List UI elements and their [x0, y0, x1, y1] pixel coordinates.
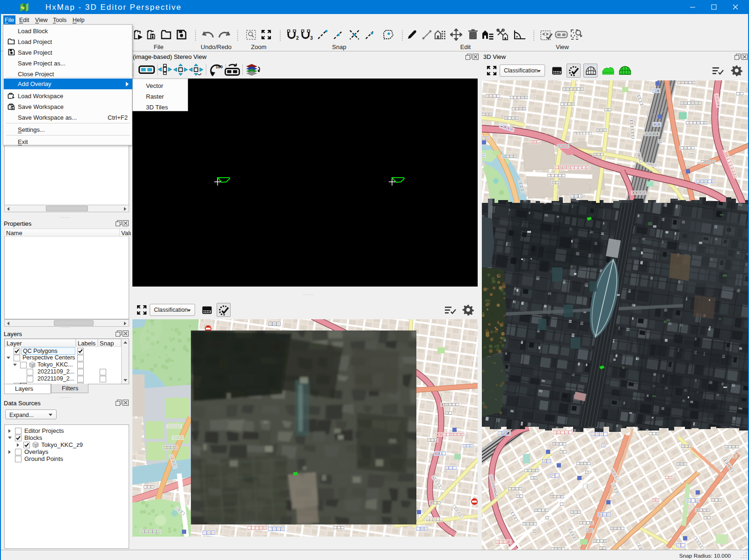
svg-text:□□□□: □□□□ [552, 440, 567, 447]
svg-text:3: 3 [310, 36, 313, 41]
svg-text:□□: □□ [551, 471, 560, 479]
svg-text:□□□□□□: □□□□□□ [680, 100, 702, 106]
svg-text:□□□: □□□ [173, 434, 183, 441]
svg-text:□: □ [691, 151, 694, 158]
svg-text:□□: □□ [704, 514, 711, 521]
svg-text:□□□□□□: □□□□□□ [574, 130, 592, 136]
svg-text:□□□□□: □□□□□ [141, 528, 160, 535]
svg-text:□□□□: □□□□ [550, 493, 564, 500]
svg-text:□□□: □□□ [144, 483, 154, 490]
svg-text:□□□□: □□□□ [534, 507, 549, 513]
svg-text:□□: □□ [586, 527, 593, 533]
svg-text:□□□: □□□ [416, 525, 428, 532]
svg-text:□□: □□ [652, 87, 660, 94]
svg-text:□□□□□: □□□□□ [677, 80, 696, 86]
svg-text:□□: □□ [604, 106, 612, 113]
svg-text:□□□: □□□ [593, 151, 604, 158]
svg-text:□□□□□: □□□□□ [547, 172, 566, 179]
svg-text:□□: □□ [676, 541, 685, 549]
svg-text:□□□□: □□□□ [512, 105, 526, 112]
svg-text:□□□: □□□ [334, 524, 344, 531]
svg-text:□□: □□ [736, 90, 744, 97]
svg-text:□□□□: □□□□ [610, 525, 625, 531]
svg-text:□□□□□□□□□: □□□□□□□□□ [555, 164, 590, 171]
svg-text:□□□□: □□□□ [576, 460, 591, 467]
svg-text:□□□□: □□□□ [696, 507, 710, 513]
svg-text:180: 180 [216, 65, 223, 69]
svg-text:□□□: □□□ [445, 464, 457, 471]
svg-text:□□□: □□□ [463, 442, 473, 449]
svg-text:□□□□: □□□□ [486, 93, 500, 99]
svg-text:□□□□: □□□□ [504, 115, 519, 121]
svg-text:□□□□□: □□□□□ [426, 517, 443, 522]
svg-text:□□□: □□□ [596, 127, 607, 133]
svg-text:□: □ [533, 528, 537, 534]
svg-text:□□□: □□□ [530, 138, 540, 145]
svg-text:□□: □□ [482, 135, 489, 141]
svg-text:□□: □□ [599, 545, 607, 550]
svg-text:□□□□: □□□□ [508, 485, 523, 492]
svg-text:□□: □□ [531, 474, 538, 481]
svg-text:□□□: □□□ [570, 509, 581, 515]
svg-text:□□□□: □□□□ [495, 538, 511, 545]
svg-text:□□: □□ [542, 457, 551, 465]
svg-text:□□□□: □□□□ [524, 467, 539, 474]
svg-text:□□: □□ [653, 121, 661, 128]
svg-text:□□: □□ [652, 496, 660, 503]
svg-text:□: □ [659, 138, 662, 144]
svg-text:□: □ [733, 452, 737, 459]
svg-text:□□□□: □□□□ [632, 189, 646, 196]
svg-text:□□□□: □□□□ [523, 520, 537, 527]
svg-text:□□□: □□□ [676, 460, 687, 467]
svg-text:□□□: □□□ [427, 437, 438, 443]
svg-text:□□□: □□□ [482, 111, 493, 117]
svg-text:□□□□□□: □□□□□□ [686, 119, 708, 126]
svg-text:□□□□: □□□□ [502, 153, 517, 159]
svg-text:□□: □□ [552, 179, 560, 186]
svg-text:□□□: □□□ [268, 320, 281, 327]
svg-text:□□□□: □□□□ [560, 101, 575, 107]
svg-text:□□□□: □□□□ [579, 519, 594, 526]
svg-text:□□□: □□□ [598, 510, 611, 518]
svg-text:□□□: □□□ [687, 496, 699, 504]
svg-text:2: 2 [296, 36, 299, 41]
svg-text:□□□□□□: □□□□□□ [562, 86, 584, 92]
svg-text:□□□□: □□□□ [268, 525, 285, 532]
svg-text:□□□: □□□ [681, 443, 692, 449]
svg-text:□: □ [545, 514, 549, 521]
svg-text:□: □ [601, 441, 605, 449]
svg-text:□□□: □□□ [558, 143, 569, 149]
svg-text:□□□□: □□□□ [680, 144, 695, 151]
svg-text:□□: □□ [445, 409, 452, 416]
svg-text:□□□□: □□□□ [163, 444, 178, 451]
svg-text:□□□: □□□ [434, 450, 446, 457]
svg-text:□□: □□ [583, 482, 592, 490]
svg-text:□□□: □□□ [711, 496, 722, 503]
svg-text:□□□□: □□□□ [551, 546, 565, 550]
svg-text:□□□□□□□□: □□□□□□□□ [436, 431, 465, 438]
svg-text:□□: □□ [516, 493, 524, 499]
svg-text:□□□□□: □□□□□ [247, 524, 267, 531]
svg-text:□□□□: □□□□ [593, 538, 607, 544]
svg-text:□□□□: □□□□ [701, 158, 715, 165]
svg-text:□: □ [585, 469, 589, 475]
svg-text:□□□□: □□□□ [645, 130, 659, 137]
svg-text:□□□: □□□ [203, 529, 215, 536]
svg-text:□□□□: □□□□ [167, 423, 182, 429]
svg-text:□□□□□: □□□□□ [696, 178, 716, 185]
svg-text:□□□□□: □□□□□ [510, 94, 528, 101]
svg-text:□□□□: □□□□ [725, 443, 739, 450]
svg-text:□: □ [482, 152, 486, 158]
svg-text:□□□: □□□ [430, 499, 441, 506]
svg-text:□□□□□: □□□□□ [441, 401, 459, 408]
svg-text:□: □ [560, 501, 564, 507]
svg-text:□□: □□ [560, 448, 567, 455]
svg-text:□□: □□ [665, 474, 673, 481]
